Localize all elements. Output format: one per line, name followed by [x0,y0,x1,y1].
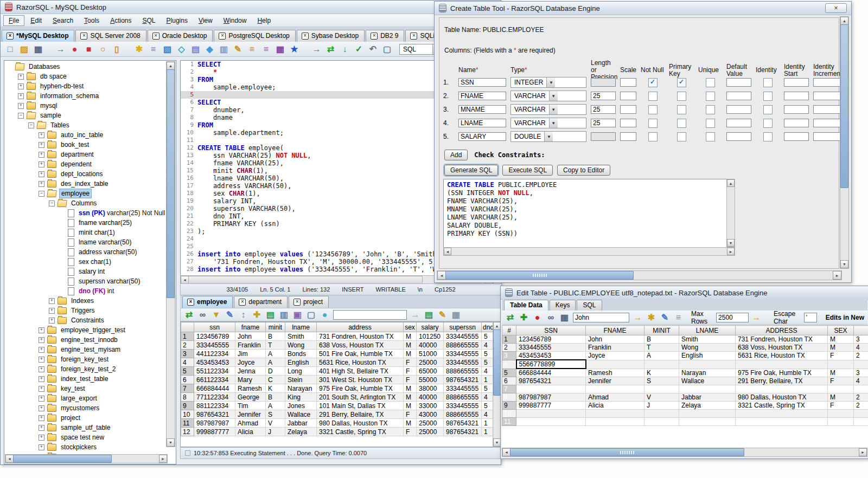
save-icon[interactable]: ▦ [33,44,43,54]
grid-cell[interactable]: Jones [285,402,317,410]
execute-sql-button[interactable]: Execute SQL [502,165,553,176]
length-input[interactable] [591,105,616,114]
unique-checkbox[interactable] [706,92,715,101]
identity-checkbox[interactable] [763,105,773,114]
grid-cell[interactable]: 401 High St, Bellaire TX [317,367,404,376]
tree-item[interactable]: ssn (PK) varchar(25) Not Null [4,208,166,218]
row-number[interactable]: 3 [502,352,516,360]
tree-horizontal-scrollbar[interactable]: ◄ ► [5,454,168,463]
execute-icon[interactable]: → [311,44,322,54]
grid-cell[interactable]: F [404,428,417,436]
tree-item[interactable]: +dependent [4,159,166,169]
export-icon[interactable]: ▤ [265,310,276,320]
tree-item[interactable]: +department [4,150,166,159]
grid-cell[interactable]: 291 Berry, Bellaire, TX [317,410,404,419]
fetch-icon[interactable]: ↓ [340,44,350,54]
table-row[interactable]: 4453453453JoyceAEnglish5631 Rice, Housto… [181,358,494,367]
row-number[interactable]: 9 [502,402,516,410]
highlight-icon[interactable]: ✱ [646,313,656,322]
grid-cell[interactable]: 38000 [417,384,444,393]
table-row[interactable]: 12999887777AliciaJZelaya3321 Castle, Spr… [181,428,494,436]
grid-cell[interactable]: 888665555 [444,341,482,350]
identity-start-input[interactable] [784,132,809,141]
go-arrow-icon[interactable]: → [633,313,643,322]
identity-increment-input[interactable] [813,78,841,87]
grid-cell[interactable]: 453453453 [194,358,235,367]
row-number[interactable]: 2 [181,341,194,350]
column-header-MINIT[interactable]: MINIT [644,326,679,335]
grid-cell[interactable]: T [266,341,285,350]
grid-cell[interactable]: 4 [482,367,494,376]
undo-icon[interactable]: ↶ [368,44,378,54]
expand-icon[interactable]: + [18,74,24,80]
column-type-select[interactable]: VARCHAR▼ [510,118,586,128]
collapse-icon[interactable]: − [49,201,55,206]
data-grid-icon[interactable]: ▥ [219,44,229,54]
grid-cell[interactable]: Franklin [235,341,266,350]
grid-cell[interactable]: B [266,332,285,341]
tree-item[interactable]: +key_test [4,384,166,393]
grid-cell[interactable]: Zelaya [679,402,736,410]
grid-cell[interactable]: 3 [854,335,868,344]
connection-tab-postgresql-desktop[interactable]: ×PostgreSQL Desktop [214,30,295,42]
results-search-input[interactable] [333,310,407,320]
row-number[interactable]: 7 [181,384,194,393]
grid-cell[interactable]: A [644,352,679,360]
identity-checkbox[interactable] [763,92,773,101]
menu-plugins[interactable]: Plugins [162,16,193,25]
grid-cell[interactable]: M [828,393,854,402]
expand-icon[interactable]: + [39,181,44,187]
tree-item[interactable]: +mysql [4,101,166,111]
grid-cell[interactable]: 25000 [417,428,444,436]
tree-item[interactable]: +engine_test_innodb [4,335,166,345]
column-name-input[interactable] [458,132,506,141]
grid-cell[interactable]: Stein [285,376,317,384]
grid-cell[interactable]: 5 [482,402,494,410]
tab-close-icon[interactable]: × [410,33,417,40]
identity-increment-input[interactable] [813,92,841,100]
open-folder-icon[interactable]: ▨ [19,44,29,54]
grid-cell[interactable] [679,418,736,426]
grid-cell[interactable] [828,385,854,393]
grid-cell[interactable]: 975 Fire Oak, Humble TX [736,369,828,377]
row-number[interactable]: 5 [502,369,516,377]
close-icon[interactable]: × [825,3,847,13]
column-header-SSN[interactable]: SSN [516,326,586,335]
grid-cell[interactable]: M [828,369,854,377]
row-number[interactable]: 2 [502,344,516,352]
column-type-select[interactable]: VARCHAR▼ [510,91,586,101]
grid-cell[interactable]: 987654321 [444,419,482,428]
expand-icon[interactable]: + [39,376,44,382]
scrollbar-thumb[interactable] [493,330,501,396]
grid-cell[interactable]: John [586,335,644,344]
tree-item[interactable]: +db space [4,72,166,81]
table-row[interactable]: 9999887777AliciaJZelaya3321 Castle, Spri… [502,402,868,410]
grid-cell[interactable]: Smith [285,332,317,341]
grid-cell[interactable]: Jabbar [679,393,736,402]
grid-cell[interactable]: 999887777 [516,402,586,410]
primary-key-checkbox[interactable] [677,92,686,101]
grid-cell[interactable]: A [266,402,285,410]
menu-edit[interactable]: Edit [25,16,47,25]
filter-icon[interactable]: ≡ [261,44,271,54]
grid-cell[interactable] [736,360,828,369]
grid-cell[interactable]: Zelaya [285,428,317,436]
row-number[interactable]: 6 [502,377,516,385]
not-null-checkbox[interactable] [648,119,658,128]
column-header-lname[interactable]: lname [285,322,317,332]
unique-checkbox[interactable] [706,78,715,87]
scrollbar-thumb[interactable] [188,276,423,284]
tree-item[interactable]: fname varchar(25) [4,218,166,228]
tree-item[interactable]: +large_export [4,393,166,403]
scroll-up-icon[interactable]: ▲ [493,322,501,330]
grid-cell[interactable]: 453453453 [516,352,586,360]
tab-close-icon[interactable]: × [80,33,87,40]
grid-cell[interactable]: Narayan [285,384,317,393]
grid-cell[interactable] [828,410,854,418]
grid-cell[interactable]: 333445555 [444,402,482,410]
grid-cell[interactable]: Jennifer [586,377,644,385]
grid-cell[interactable]: John [235,332,266,341]
not-null-checkbox[interactable] [648,92,658,101]
generate-sql-button[interactable]: Generate SQL [444,165,498,176]
browse-data-icon[interactable]: ▧ [162,44,173,54]
